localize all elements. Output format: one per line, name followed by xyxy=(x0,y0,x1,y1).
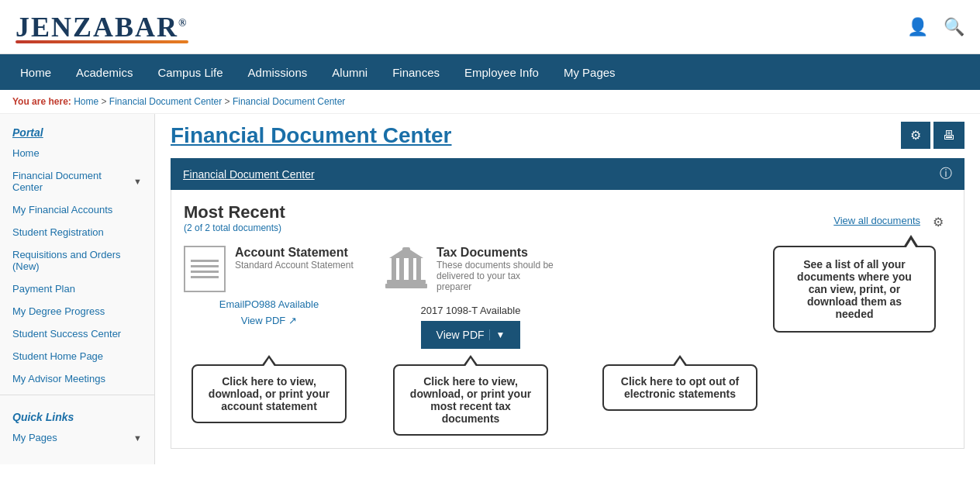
tax-documents-available: 2017 1098-T Available xyxy=(385,305,556,316)
tax-available-label: 2017 1098-T Available xyxy=(421,305,521,316)
sidebar-item-requisitions[interactable]: Requisitions and Orders (New) xyxy=(0,243,154,278)
nav-campus-life[interactable]: Campus Life xyxy=(145,56,235,89)
callouts-row: Click here to view, download, or print y… xyxy=(184,364,951,436)
print-button[interactable]: 🖶 xyxy=(933,122,964,149)
tax-documents-icon xyxy=(385,246,427,298)
tax-view-pdf-button[interactable]: View PDF ▼ xyxy=(421,321,521,349)
view-all-link[interactable]: View all documents xyxy=(833,215,920,226)
external-link-icon: ↗ xyxy=(288,315,297,326)
logo-text: JENZABAR xyxy=(16,12,178,43)
svg-rect-7 xyxy=(385,284,427,288)
main-content: Financial Document Center ⚙ 🖶 Financial … xyxy=(155,114,980,464)
nav-alumni[interactable]: Alumni xyxy=(319,56,380,89)
sidebar-my-pages-link[interactable]: My Pages xyxy=(12,432,57,443)
account-statement-top: Account Statement Standard Account State… xyxy=(184,246,354,292)
page-title-row: Financial Document Center ⚙ 🖶 xyxy=(171,122,964,149)
section-header-link[interactable]: Financial Document Center xyxy=(183,168,315,181)
account-statement-icon xyxy=(184,246,226,292)
sidebar-item-financial-accounts[interactable]: My Financial Accounts xyxy=(0,198,154,221)
sidebar-fdc-link[interactable]: Financial Document Center xyxy=(12,170,133,193)
svg-rect-5 xyxy=(416,258,421,280)
help-icon[interactable]: ⓘ xyxy=(940,166,952,182)
nav-finances[interactable]: Finances xyxy=(380,56,452,89)
sidebar-degree-progress-link[interactable]: My Degree Progress xyxy=(12,305,105,317)
top-header: JENZABAR® 👤 🔍 xyxy=(0,0,980,54)
sidebar: Portal Home Financial Document Center ▼ … xyxy=(0,114,155,464)
sidebar-financial-accounts-link[interactable]: My Financial Accounts xyxy=(12,204,112,215)
account-statement-view-pdf[interactable]: View PDF ↗ xyxy=(241,315,298,326)
sidebar-requisitions-link[interactable]: Requisitions and Orders (New) xyxy=(12,249,142,272)
sidebar-item-home[interactable]: Home xyxy=(0,142,154,164)
svg-rect-3 xyxy=(399,258,404,280)
content-area: Portal Home Financial Document Center ▼ … xyxy=(0,114,980,464)
sidebar-item-my-pages[interactable]: My Pages ▼ xyxy=(0,426,154,449)
nav-my-pages[interactable]: My Pages xyxy=(551,56,628,89)
logo-area: JENZABAR® xyxy=(16,11,188,43)
callout4-text: See a list of all your documents where y… xyxy=(797,258,912,320)
account-statement-pdf-label: View PDF xyxy=(241,315,286,326)
account-statement-available: EmailPO988 Available xyxy=(184,298,354,310)
logo-reg: ® xyxy=(178,17,188,29)
section-header: Financial Document Center ⓘ xyxy=(171,158,964,190)
breadcrumb-prefix: You are here: xyxy=(12,96,71,107)
breadcrumb-fdc[interactable]: Financial Document Center xyxy=(109,96,222,107)
callout3-text: Click here to opt out of electronic stat… xyxy=(621,375,739,400)
most-recent-settings-icon[interactable]: ⚙ xyxy=(933,215,944,229)
sidebar-item-student-reg[interactable]: Student Registration xyxy=(0,221,154,243)
sidebar-fdc-chevron: ▼ xyxy=(133,177,142,186)
sidebar-item-degree-progress[interactable]: My Degree Progress xyxy=(0,300,154,322)
search-icon[interactable]: 🔍 xyxy=(944,17,964,37)
page-title: Financial Document Center xyxy=(171,123,452,148)
svg-rect-2 xyxy=(392,258,396,280)
user-icon[interactable]: 👤 xyxy=(907,17,928,37)
sidebar-divider xyxy=(0,395,154,395)
callout1: Click here to view, download, or print y… xyxy=(192,364,347,423)
settings-button[interactable]: ⚙ xyxy=(901,122,930,149)
account-statement-card: Account Statement Standard Account State… xyxy=(184,246,354,326)
account-statement-subtitle: Standard Account Statement xyxy=(235,260,354,271)
callout2-text: Click here to view, download, or print y… xyxy=(410,375,531,425)
callout2: Click here to view, download, or print y… xyxy=(393,364,548,436)
svg-rect-4 xyxy=(409,258,413,280)
viewall-callout-wrapper: See a list of all your documents where y… xyxy=(773,246,936,333)
docs-row: Account Statement Standard Account State… xyxy=(184,246,951,349)
sidebar-item-advisor-meetings[interactable]: My Advisor Meetings xyxy=(0,367,154,390)
breadcrumb-fdc-current[interactable]: Financial Document Center xyxy=(233,96,345,107)
account-statement-info: Account Statement Standard Account State… xyxy=(235,246,354,271)
breadcrumb-home[interactable]: Home xyxy=(74,96,98,107)
callout1-text: Click here to view, download, or print y… xyxy=(209,375,330,412)
nav-home[interactable]: Home xyxy=(8,56,64,89)
sidebar-quick-links-label: Quick Links xyxy=(0,400,154,426)
sidebar-item-student-home[interactable]: Student Home Page xyxy=(0,345,154,367)
svg-marker-1 xyxy=(389,247,423,258)
svg-rect-6 xyxy=(387,280,426,284)
sidebar-item-student-success[interactable]: Student Success Center xyxy=(0,322,154,345)
callout3: Click here to opt out of electronic stat… xyxy=(602,364,757,411)
main-nav: Home Academics Campus Life Admissions Al… xyxy=(0,54,980,90)
sidebar-home-link[interactable]: Home xyxy=(12,147,40,159)
tax-pdf-label: View PDF xyxy=(437,329,485,341)
sidebar-item-payment-plan[interactable]: Payment Plan xyxy=(0,278,154,300)
viewall-callout: See a list of all your documents where y… xyxy=(773,246,936,333)
callout2-wrapper: Click here to view, download, or print y… xyxy=(385,364,556,436)
sidebar-item-fdc[interactable]: Financial Document Center ▼ xyxy=(0,164,154,198)
breadcrumb: You are here: Home > Financial Document … xyxy=(0,90,980,114)
most-recent-area: Most Recent (2 of 2 total documents) Vie… xyxy=(171,190,964,449)
callout4-arrow-inner xyxy=(905,240,917,250)
header-icons: 👤 🔍 xyxy=(907,17,964,37)
tax-documents-info: Tax Documents These documents should be … xyxy=(437,246,556,292)
nav-employee-info[interactable]: Employee Info xyxy=(452,56,551,89)
account-statement-title: Account Statement xyxy=(235,246,354,260)
sidebar-student-success-link[interactable]: Student Success Center xyxy=(12,328,121,340)
pdf-dropdown-arrow: ▼ xyxy=(489,329,506,340)
logo: JENZABAR® xyxy=(16,11,188,43)
sidebar-my-pages-chevron: ▼ xyxy=(133,433,142,443)
sidebar-advisor-meetings-link[interactable]: My Advisor Meetings xyxy=(12,373,105,384)
sidebar-payment-plan-link[interactable]: Payment Plan xyxy=(12,283,75,295)
nav-academics[interactable]: Academics xyxy=(64,56,145,89)
page-actions: ⚙ 🖶 xyxy=(901,122,964,149)
sidebar-student-reg-link[interactable]: Student Registration xyxy=(12,226,104,238)
nav-admissions[interactable]: Admissions xyxy=(236,56,320,89)
sidebar-student-home-link[interactable]: Student Home Page xyxy=(12,350,103,362)
tax-documents-subtitle: These documents should be delivered to y… xyxy=(437,260,556,292)
